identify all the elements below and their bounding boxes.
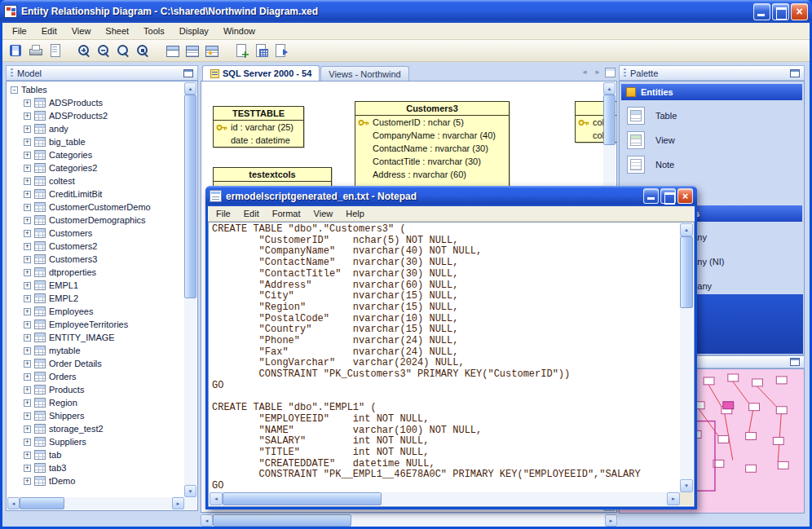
sheet-export-icon[interactable] <box>271 42 289 59</box>
tab-scroll-right-icon[interactable] <box>592 67 603 78</box>
entity-field[interactable]: id : varchar (25) <box>214 121 303 134</box>
tree-item[interactable]: ENTITY_IMAGE <box>7 331 184 344</box>
expand-icon[interactable] <box>24 465 31 472</box>
float-panel-icon[interactable] <box>183 69 193 77</box>
scrollbar-thumb[interactable] <box>184 95 196 298</box>
close-button[interactable] <box>677 188 693 204</box>
sheet-tab[interactable]: Views - Northwind <box>320 66 408 81</box>
expand-icon[interactable] <box>24 321 31 328</box>
tree-root-tables[interactable]: Tables <box>7 83 184 96</box>
model-panel-header[interactable]: Model <box>6 65 198 81</box>
scrollbar-track[interactable] <box>213 514 605 527</box>
expand-icon[interactable] <box>24 386 31 394</box>
entity-title[interactable]: testextcols <box>214 168 331 182</box>
tree-item[interactable]: tab3 <box>7 461 184 474</box>
expand-icon[interactable] <box>24 204 31 211</box>
scrollbar-track[interactable] <box>680 236 693 479</box>
view-menu[interactable]: View <box>64 24 99 38</box>
app-titlebar[interactable]: Entity Relationship Diagram - C:\shared\… <box>0 0 812 23</box>
tree-item[interactable]: CustomerDemographics <box>7 214 184 227</box>
expand-icon[interactable] <box>24 452 31 459</box>
tree-item[interactable]: Customers <box>7 227 184 240</box>
tree-item[interactable]: mytable <box>7 344 184 357</box>
scroll-down-button[interactable] <box>184 485 196 497</box>
edit-menu[interactable]: Edit <box>34 24 64 38</box>
expand-icon[interactable] <box>24 243 31 250</box>
maximize-button[interactable] <box>772 3 789 20</box>
scroll-up-button[interactable] <box>184 82 196 95</box>
expand-icon[interactable] <box>24 99 31 107</box>
tree-item[interactable]: tab <box>7 448 184 461</box>
edit-menu[interactable]: Edit <box>237 207 266 220</box>
entity-title[interactable]: TESTTABLE <box>214 107 303 121</box>
tree-item[interactable]: Categories2 <box>7 161 184 174</box>
scrollbar-thumb[interactable] <box>223 492 382 505</box>
expand-icon[interactable] <box>24 412 31 420</box>
expand-icon[interactable] <box>24 191 31 198</box>
attribute-level-icon[interactable] <box>183 42 201 59</box>
tree-item[interactable]: CustomerCustomerDemo <box>7 201 184 214</box>
float-panel-icon[interactable] <box>790 69 800 77</box>
notepad-titlebar[interactable]: ermodelscriptgenerated_en.txt - Notepad <box>205 186 697 206</box>
expand-icon[interactable] <box>24 334 31 342</box>
tree-item[interactable]: Shippers <box>7 409 184 422</box>
help-menu[interactable]: Help <box>339 207 371 220</box>
notepad-text[interactable]: CREATE TABLE "dbo"."Customers3" ( "Custo… <box>210 223 680 492</box>
expand-icon[interactable] <box>24 295 31 302</box>
add-sheet-icon[interactable] <box>232 42 249 59</box>
sheet-menu[interactable]: Sheet <box>98 24 136 38</box>
expand-icon[interactable] <box>24 112 31 120</box>
scroll-up-button[interactable] <box>603 82 616 95</box>
scroll-down-button[interactable] <box>680 479 693 492</box>
tree-item[interactable]: Region <box>7 396 184 409</box>
tree-item[interactable]: EMPL2 <box>7 292 184 305</box>
print-preview-icon[interactable] <box>46 42 64 59</box>
sheet-tab[interactable]: SQL Server 2000 - 54 <box>202 65 320 81</box>
window-menu[interactable]: Window <box>216 24 263 38</box>
tree-item[interactable]: Customers3 <box>7 253 184 266</box>
notepad-horizontal-scrollbar[interactable] <box>210 492 680 505</box>
zoom-fit-icon[interactable] <box>135 42 152 59</box>
expand-icon[interactable] <box>24 373 31 381</box>
format-menu[interactable]: Format <box>266 207 307 220</box>
expand-icon[interactable] <box>24 347 31 355</box>
scroll-right-button[interactable] <box>667 492 680 505</box>
entity-field[interactable]: ContactName : nvarchar (30) <box>355 142 509 155</box>
view-menu[interactable]: View <box>307 207 340 220</box>
expand-icon[interactable] <box>24 439 31 446</box>
scrollbar-thumb[interactable] <box>680 236 693 308</box>
scroll-left-button[interactable] <box>201 514 213 527</box>
note-palette-item[interactable]: Note <box>620 152 804 177</box>
notepad-vertical-scrollbar[interactable] <box>680 223 693 492</box>
expand-icon[interactable] <box>24 256 31 263</box>
expand-icon[interactable] <box>24 478 31 485</box>
table-palette-item[interactable]: Table <box>620 104 804 128</box>
display-menu[interactable]: Display <box>172 24 216 38</box>
zoom-out-icon[interactable] <box>95 42 113 59</box>
entity-field[interactable]: ContactTitle : nvarchar (30) <box>355 155 509 168</box>
canvas-horizontal-scrollbar[interactable] <box>201 514 617 527</box>
expand-icon[interactable] <box>24 308 31 315</box>
zoom-actual-icon[interactable] <box>115 42 132 59</box>
scroll-up-button[interactable] <box>680 223 693 236</box>
float-panel-icon[interactable] <box>790 358 800 366</box>
collapse-icon[interactable] <box>11 86 18 94</box>
file-menu[interactable]: File <box>210 207 237 220</box>
entity-field[interactable]: Address : nvarchar (60) <box>355 168 509 181</box>
expand-icon[interactable] <box>24 399 31 407</box>
scroll-left-button[interactable] <box>7 497 20 509</box>
minimize-button[interactable] <box>753 3 770 20</box>
scroll-right-button[interactable] <box>172 497 184 509</box>
tree-item[interactable]: Customers2 <box>7 240 184 253</box>
tree-item[interactable]: storage_test2 <box>7 422 184 435</box>
tree-item[interactable]: Suppliers <box>7 435 184 448</box>
tree-item[interactable]: big_table <box>7 135 184 148</box>
tree-item[interactable]: tDemo <box>7 474 184 487</box>
expand-icon[interactable] <box>24 425 31 433</box>
tree-item[interactable]: EMPL1 <box>7 279 184 292</box>
scrollbar-thumb[interactable] <box>603 95 616 145</box>
expand-icon[interactable] <box>24 230 31 237</box>
entity-field[interactable]: CustomerID : nchar (5) <box>355 116 509 129</box>
scrollbar-thumb[interactable] <box>213 514 351 527</box>
model-vertical-scrollbar[interactable] <box>184 82 196 497</box>
